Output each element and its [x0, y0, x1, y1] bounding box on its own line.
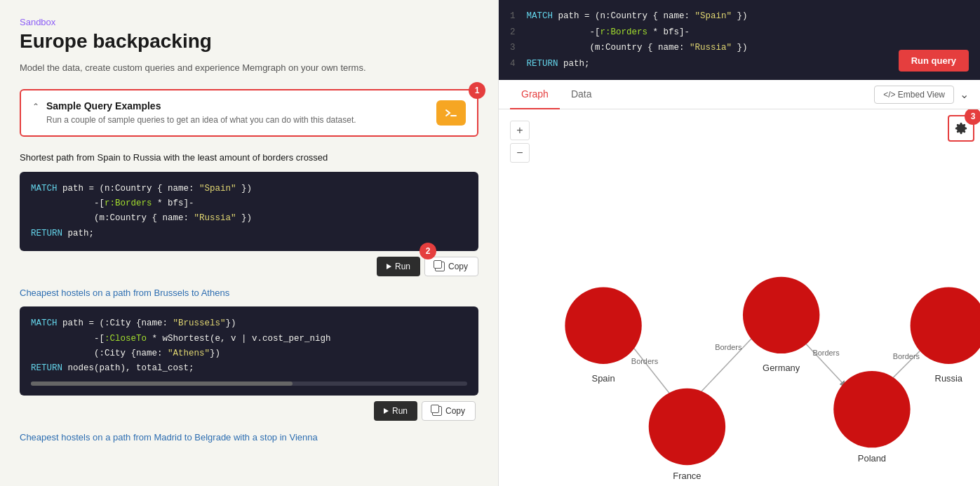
sample-query-content: Sample Query Examples Run a couple of sa… [46, 100, 428, 126]
code2-line-3: (:City {name: "Athens"}) [31, 346, 467, 361]
svg-rect-0 [443, 107, 459, 119]
edge-label-2: Borders [715, 343, 742, 351]
line-num-1: 1 [510, 8, 516, 25]
code-block-2: MATCH path = (:City {name: "Brussels"}) … [20, 306, 478, 396]
node-russia-label: Russia [935, 373, 963, 384]
badge-1: 1 [469, 82, 485, 99]
badge-3: 3 [965, 109, 980, 125]
code-line-4: RETURN path; [31, 227, 467, 241]
play-icon-2 [384, 408, 389, 414]
top-code-editor: 1 2 3 4 MATCH path = (n:Country { name: … [499, 0, 980, 80]
tabs-bar: Graph Data </> Embed View ⌄ [499, 80, 980, 109]
code2-line-4: RETURN nodes(path), total_cost; [31, 361, 467, 376]
node-spain-label: Spain [592, 373, 615, 384]
sandbox-label: Sandbox [20, 17, 478, 27]
node-russia[interactable] [911, 288, 980, 364]
code-block-1: MATCH path = (n:Country { name: "Spain" … [20, 172, 478, 251]
editor-line-1: MATCH path = (n:Country { name: "Spain" … [527, 8, 969, 25]
line-num-4: 4 [510, 56, 516, 72]
page-description: Model the data, create custom queries an… [20, 61, 478, 75]
page-title: Europe backpacking [20, 30, 478, 53]
embed-view-label: </> Embed View [883, 90, 945, 100]
run-button-2[interactable]: Run [374, 401, 417, 421]
sample-query-subtitle: Run a couple of sample queries to get an… [46, 114, 428, 126]
node-germany[interactable] [743, 277, 819, 353]
code2-line-2: -[:CloseTo * wShortest(e, v | v.cost_per… [31, 332, 467, 346]
edge-label-1: Borders [631, 357, 659, 365]
run-query-button[interactable]: Run query [899, 50, 969, 72]
run-label-2: Run [392, 406, 408, 416]
editor-line-2: -[r:Borders * bfs]- [527, 25, 969, 41]
node-poland[interactable] [833, 371, 910, 447]
left-panel: Sandbox Europe backpacking Model the dat… [0, 0, 498, 486]
code2-line-1: MATCH path = (:City {name: "Brussels"}) [31, 316, 467, 331]
tab-graph[interactable]: Graph [510, 80, 560, 109]
query3-description[interactable]: Cheapest hostels on a path from Madrid t… [20, 431, 478, 445]
copy-icon-2 [432, 406, 442, 416]
node-poland-label: Poland [858, 453, 886, 464]
run-button-1[interactable]: Run [377, 257, 420, 276]
graph-svg: Borders Borders Borders Borders Spain Fr… [499, 109, 980, 486]
copy-button-2[interactable]: Copy [422, 401, 476, 421]
run-label-1: Run [395, 262, 410, 271]
node-france[interactable] [649, 389, 725, 465]
query2-description[interactable]: Cheapest hostels on a path from Brussels… [20, 286, 478, 300]
copy-label-2: Copy [445, 406, 465, 416]
code-line-1: MATCH path = (n:Country { name: "Spain" … [31, 182, 467, 196]
copy-button-1[interactable]: Copy [424, 257, 478, 276]
line-numbers: 1 2 3 4 [510, 8, 516, 72]
right-panel: 1 2 3 4 MATCH path = (n:Country { name: … [498, 0, 980, 486]
sample-query-box: ⌃ Sample Query Examples Run a couple of … [20, 89, 478, 137]
badge-2: 2 [419, 243, 436, 259]
code-line-3: (m:Country { name: "Russia" }) [31, 211, 467, 226]
code-scroll-2[interactable]: MATCH path = (:City {name: "Brussels"}) … [31, 316, 467, 376]
node-france-label: France [673, 471, 701, 481]
code-scrollbar-thumb-2 [31, 382, 293, 386]
code-scrollbar-2[interactable] [31, 382, 467, 386]
tab-data[interactable]: Data [560, 80, 603, 109]
tabs-right: </> Embed View ⌄ [874, 86, 969, 104]
node-germany-label: Germany [763, 363, 800, 373]
sample-query-title: Sample Query Examples [46, 100, 428, 112]
edge-label-3: Borders [812, 349, 840, 357]
edge-label-4: Borders [893, 352, 920, 360]
graph-area: + − 3 Borders Borders [499, 109, 980, 486]
code1-actions: 2 Run Copy [20, 257, 478, 276]
code2-actions: Run Copy [20, 401, 478, 421]
terminal-icon [436, 100, 466, 126]
chevron-up-icon[interactable]: ⌃ [32, 102, 39, 112]
line-num-3: 3 [510, 40, 516, 56]
code-line-2: -[r:Borders * bfs]- [31, 196, 467, 211]
embed-view-button[interactable]: </> Embed View [874, 86, 954, 104]
copy-icon-1 [435, 262, 445, 271]
node-spain[interactable] [565, 288, 641, 364]
query1-description: Shortest path from Spain to Russia with … [20, 151, 478, 165]
download-icon[interactable]: ⌄ [960, 88, 969, 101]
copy-label-1: Copy [448, 262, 468, 271]
line-num-2: 2 [510, 25, 516, 41]
play-icon-1 [387, 264, 391, 269]
